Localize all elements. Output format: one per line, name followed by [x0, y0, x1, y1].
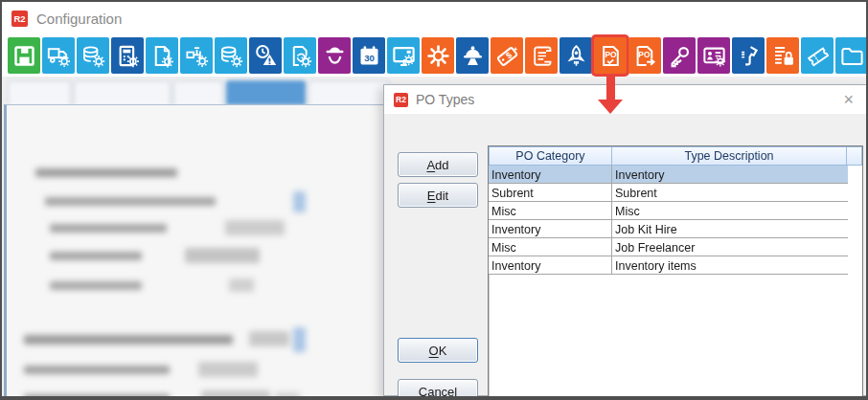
currency-settings-icon[interactable] — [77, 37, 109, 74]
dialog-titlebar: R2 PO Types × — [384, 85, 867, 114]
cell-type-description: Misc — [612, 202, 848, 219]
column-header-type-description[interactable]: Type Description — [611, 146, 847, 166]
r2-logo-icon: R2 — [11, 11, 28, 27]
svg-text:PO: PO — [638, 50, 651, 59]
background-tabstrip — [8, 80, 389, 105]
barcode-scanner-icon[interactable] — [732, 37, 765, 74]
window-titlebar: R2 Configuration — [2, 2, 866, 34]
content-area: R2 PO Types × Add Edit OK Cancel PO Cate… — [2, 77, 866, 398]
blurred-text-bar — [35, 168, 177, 177]
po-send-icon[interactable]: PO — [628, 37, 661, 74]
blurred-text-bar — [201, 390, 270, 400]
blurred-text-bar — [24, 394, 170, 400]
cell-po-category: Misc — [489, 238, 612, 256]
add-button[interactable]: Add — [398, 152, 478, 177]
security-officer-icon[interactable] — [318, 37, 351, 74]
calendar-icon[interactable]: 30 — [353, 37, 385, 74]
blurred-text-bar — [45, 197, 216, 206]
blurred-text-bar — [24, 335, 233, 344]
svg-text:PO: PO — [605, 50, 617, 59]
ok-button[interactable]: OK — [398, 338, 478, 363]
display-settings-icon[interactable] — [387, 37, 420, 74]
blurred-text-bar — [50, 224, 167, 233]
calculator-settings-icon[interactable] — [111, 37, 144, 74]
table-row[interactable]: InventoryInventory items — [489, 256, 848, 275]
table-row[interactable]: MiscJob Freelancer — [489, 238, 848, 256]
table-header-row: PO CategoryType Description — [489, 146, 862, 166]
invoice-scroll-icon[interactable] — [525, 37, 558, 74]
cell-po-category: Inventory — [489, 166, 612, 183]
settings-gear-icon[interactable] — [422, 37, 454, 74]
blurred-text-bar — [229, 278, 254, 292]
po-types-dialog: R2 PO Types × Add Edit OK Cancel PO Cate… — [383, 84, 868, 396]
cell-po-category: Misc — [489, 202, 612, 219]
configuration-window: R2 Configuration 30$POPO R2 PO Types × — [0, 0, 868, 400]
table-body: InventoryInventorySubrentSubrentMiscMisc… — [489, 166, 862, 275]
cell-type-description: Job Kit Hire — [612, 220, 848, 237]
cell-po-category: Subrent — [489, 184, 612, 201]
po-types-icon[interactable]: PO — [594, 37, 627, 74]
blurred-text-bar — [24, 366, 170, 374]
blurred-text-bar — [50, 252, 142, 260]
cell-type-description: Subrent — [612, 184, 848, 201]
document-sync-settings-icon[interactable] — [284, 37, 316, 74]
column-header-filler — [846, 146, 862, 166]
database-settings-icon[interactable] — [215, 37, 247, 74]
cancel-button[interactable]: Cancel — [398, 379, 478, 400]
blurred-text-bar — [293, 191, 306, 212]
close-icon[interactable]: × — [839, 91, 857, 108]
table-row[interactable]: InventoryInventory — [489, 166, 848, 184]
column-header-po-category[interactable]: PO Category — [489, 146, 612, 166]
document-lock-icon[interactable] — [766, 37, 799, 74]
key-icon[interactable] — [663, 37, 696, 74]
edit-button[interactable]: Edit — [398, 183, 478, 208]
cell-po-category: Inventory — [489, 256, 612, 274]
background-tab[interactable] — [74, 80, 171, 105]
ticket-icon[interactable] — [801, 37, 834, 74]
svg-text:30: 30 — [364, 52, 375, 62]
table-row[interactable]: MiscMisc — [489, 202, 848, 220]
cell-type-description: Inventory — [612, 166, 848, 183]
blurred-text-bar — [225, 220, 285, 235]
document-settings-icon[interactable] — [146, 37, 178, 74]
folder-icon[interactable] — [835, 37, 868, 74]
price-tag-icon[interactable]: $ — [491, 37, 523, 74]
delivery-settings-icon[interactable] — [42, 37, 75, 74]
background-tab[interactable] — [8, 80, 71, 105]
background-tab[interactable] — [308, 80, 389, 105]
toolbar: 30$POPO — [2, 34, 866, 77]
window-title: Configuration — [36, 11, 122, 27]
blurred-text-bar — [249, 331, 289, 346]
dialog-title: PO Types — [416, 92, 474, 107]
save-icon[interactable] — [8, 37, 40, 74]
dialog-body: Add Edit OK Cancel PO CategoryType Descr… — [384, 114, 867, 396]
id-badge-settings-icon[interactable] — [697, 37, 730, 74]
workflow-settings-icon[interactable] — [180, 37, 213, 74]
background-tab[interactable] — [173, 80, 223, 105]
po-types-table: PO CategoryType Description InventoryInv… — [488, 145, 863, 400]
r2-logo-icon: R2 — [394, 93, 408, 107]
rocket-icon[interactable] — [560, 37, 592, 74]
blurred-text-bar — [275, 392, 300, 400]
time-alert-icon[interactable] — [249, 37, 282, 74]
cell-po-category: Inventory — [489, 220, 612, 237]
blurred-text-bar — [198, 362, 258, 377]
blurred-text-bar — [293, 327, 306, 352]
cell-type-description: Inventory items — [612, 256, 848, 274]
background-tab-active[interactable] — [226, 80, 306, 105]
table-row[interactable]: InventoryJob Kit Hire — [489, 220, 848, 238]
table-row[interactable]: SubrentSubrent — [489, 184, 848, 202]
cell-type-description: Job Freelancer — [612, 238, 848, 256]
catering-icon[interactable] — [456, 37, 489, 74]
blurred-text-bar — [50, 281, 142, 290]
blurred-text-bar — [185, 248, 260, 263]
